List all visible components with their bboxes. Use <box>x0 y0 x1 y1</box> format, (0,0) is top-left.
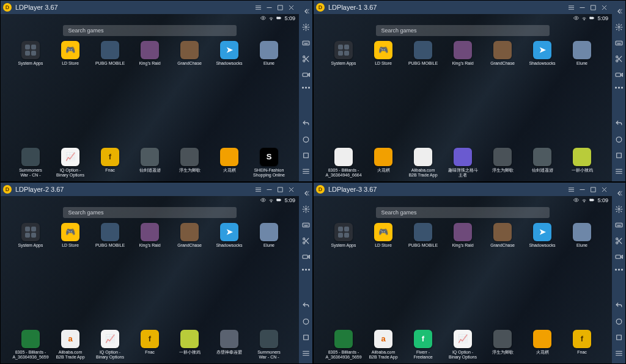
hamburger-button[interactable] <box>565 2 576 13</box>
app-launcher[interactable]: 赤壁神拳连盟 <box>213 330 245 360</box>
scissors-button[interactable] <box>613 53 624 64</box>
app-launcher[interactable]: 📈 IQ Option - Binary Options <box>94 330 126 360</box>
maximize-button[interactable] <box>274 184 285 195</box>
app-launcher[interactable]: 🎮 LD Store <box>367 41 399 66</box>
close-button[interactable] <box>285 184 296 195</box>
nav-back-button[interactable] <box>613 300 624 311</box>
app-launcher[interactable]: Elune <box>253 41 285 66</box>
settings-button[interactable] <box>300 21 311 32</box>
app-launcher[interactable]: GrandChase <box>487 41 518 66</box>
nav-home-button[interactable] <box>613 134 624 145</box>
nav-menu-button[interactable] <box>300 348 311 359</box>
app-launcher[interactable]: 8305 - Billiards - A_36364936_5659 <box>328 330 359 360</box>
collapse-sidebar-button[interactable] <box>613 5 624 16</box>
app-launcher[interactable]: 8305 - Billiards - A_36364936_5659 <box>15 330 46 360</box>
app-launcher[interactable]: 一群小辣鸡 <box>566 148 598 178</box>
app-launcher[interactable]: System Apps <box>328 41 359 66</box>
app-launcher[interactable]: f Fnac <box>566 330 598 360</box>
app-launcher[interactable]: 📈 IQ Option - Binary Options <box>54 148 86 178</box>
app-launcher[interactable]: Alibaba.com B2B Trade App <box>407 148 439 178</box>
app-launcher[interactable]: ➤ Shadowsocks <box>526 223 558 248</box>
app-launcher[interactable]: 火花棋 <box>367 148 399 178</box>
camera-button[interactable] <box>300 251 311 262</box>
app-launcher[interactable]: PUBG MOBILE <box>407 223 439 248</box>
app-launcher[interactable]: 仙剑逍遥游 <box>526 148 558 178</box>
app-launcher[interactable]: System Apps <box>328 223 359 248</box>
app-launcher[interactable]: ➤ Shadowsocks <box>526 41 558 66</box>
app-launcher[interactable]: Summoners War - CN - NonIncent - Android <box>15 148 46 178</box>
app-launcher[interactable]: 浮生为卿歌 <box>487 148 518 178</box>
app-launcher[interactable]: 🎮 LD Store <box>54 41 86 66</box>
app-launcher[interactable]: a Alibaba.com B2B Trade App <box>367 330 399 360</box>
nav-home-button[interactable] <box>613 316 624 327</box>
nav-menu-button[interactable] <box>300 166 311 177</box>
nav-recent-button[interactable] <box>300 332 311 343</box>
app-launcher[interactable]: f Fnac <box>134 330 166 360</box>
app-launcher[interactable]: King's Raid <box>447 41 479 66</box>
app-launcher[interactable]: 浮生为卿歌 <box>174 148 205 178</box>
minimize-button[interactable] <box>576 2 587 13</box>
app-launcher[interactable]: King's Raid <box>134 223 166 248</box>
maximize-button[interactable] <box>587 2 598 13</box>
hamburger-button[interactable] <box>565 184 576 195</box>
app-launcher[interactable]: ➤ Shadowsocks <box>213 41 245 66</box>
search-input[interactable] <box>376 207 549 218</box>
nav-menu-button[interactable] <box>613 348 624 359</box>
nav-menu-button[interactable] <box>613 166 624 177</box>
minimize-button[interactable] <box>263 184 274 195</box>
keyboard-button[interactable] <box>300 219 311 230</box>
app-launcher[interactable]: f Fiverr - Freelance Services - AD,AL,AR… <box>407 330 439 360</box>
android-desktop[interactable]: 5:09 System Apps 🎮 LD Store PUBG MOBILE … <box>314 14 612 181</box>
maximize-button[interactable] <box>274 2 285 13</box>
app-launcher[interactable]: Elune <box>566 41 598 66</box>
app-launcher[interactable]: System Apps <box>15 223 46 248</box>
app-launcher[interactable]: GrandChase <box>487 223 518 248</box>
android-desktop[interactable]: 5:09 System Apps 🎮 LD Store PUBG MOBILE … <box>1 14 299 181</box>
nav-back-button[interactable] <box>300 300 311 311</box>
app-launcher[interactable]: ➤ Shadowsocks <box>213 223 245 248</box>
nav-back-button[interactable] <box>613 118 624 129</box>
app-launcher[interactable]: Summoners War - CN - NonIncent - Android <box>253 330 285 360</box>
app-launcher[interactable]: 趣味弹珠之格斗王者 <box>447 148 479 178</box>
search-input[interactable] <box>63 207 236 218</box>
hamburger-button[interactable] <box>252 2 263 13</box>
maximize-button[interactable] <box>587 184 598 195</box>
app-launcher[interactable]: a Alibaba.com B2B Trade App <box>54 330 86 360</box>
more-button[interactable] <box>613 267 624 278</box>
keyboard-button[interactable] <box>613 219 624 230</box>
app-launcher[interactable]: Elune <box>566 223 598 248</box>
collapse-sidebar-button[interactable] <box>613 187 624 198</box>
app-launcher[interactable]: GrandChase <box>174 223 205 248</box>
collapse-sidebar-button[interactable] <box>300 187 311 198</box>
app-launcher[interactable]: System Apps <box>15 41 46 66</box>
collapse-sidebar-button[interactable] <box>300 5 311 16</box>
app-launcher[interactable]: 火花棋 <box>213 148 245 178</box>
more-button[interactable] <box>300 267 311 278</box>
app-launcher[interactable]: 📈 IQ Option - Binary Options <box>447 330 479 360</box>
app-launcher[interactable]: PUBG MOBILE <box>94 41 126 66</box>
scissors-button[interactable] <box>300 53 311 64</box>
settings-button[interactable] <box>613 21 624 32</box>
app-launcher[interactable]: Elune <box>253 223 285 248</box>
minimize-button[interactable] <box>263 2 274 13</box>
android-desktop[interactable]: 5:09 System Apps 🎮 LD Store PUBG MOBILE … <box>1 196 299 363</box>
app-launcher[interactable]: 8305 - Billiards - A_36364946_6664 <box>328 148 359 178</box>
nav-recent-button[interactable] <box>613 150 624 161</box>
more-button[interactable] <box>613 85 624 96</box>
app-launcher[interactable]: 🎮 LD Store <box>54 223 86 248</box>
close-button[interactable] <box>598 184 609 195</box>
scissors-button[interactable] <box>613 235 624 246</box>
close-button[interactable] <box>598 2 609 13</box>
scissors-button[interactable] <box>300 235 311 246</box>
search-input[interactable] <box>63 25 236 36</box>
app-launcher[interactable]: 🎮 LD Store <box>367 223 399 248</box>
keyboard-button[interactable] <box>613 37 624 48</box>
close-button[interactable] <box>285 2 296 13</box>
minimize-button[interactable] <box>576 184 587 195</box>
more-button[interactable] <box>300 85 311 96</box>
nav-recent-button[interactable] <box>613 332 624 343</box>
app-launcher[interactable]: 仙剑逍遥游 <box>134 148 166 178</box>
keyboard-button[interactable] <box>300 37 311 48</box>
camera-button[interactable] <box>300 69 311 80</box>
app-launcher[interactable]: 浮生为卿歌 <box>487 330 518 360</box>
